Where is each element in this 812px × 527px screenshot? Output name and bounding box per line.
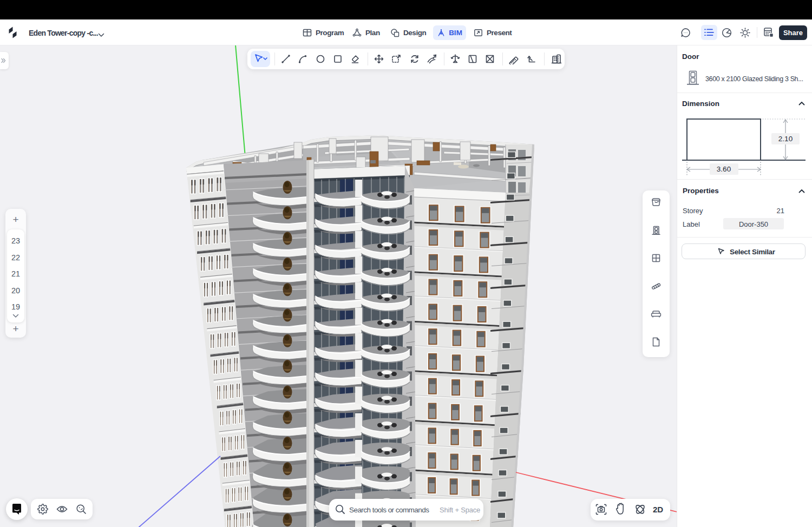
svg-text:3.60: 3.60 xyxy=(717,165,731,173)
svg-text:2.10: 2.10 xyxy=(778,135,793,143)
